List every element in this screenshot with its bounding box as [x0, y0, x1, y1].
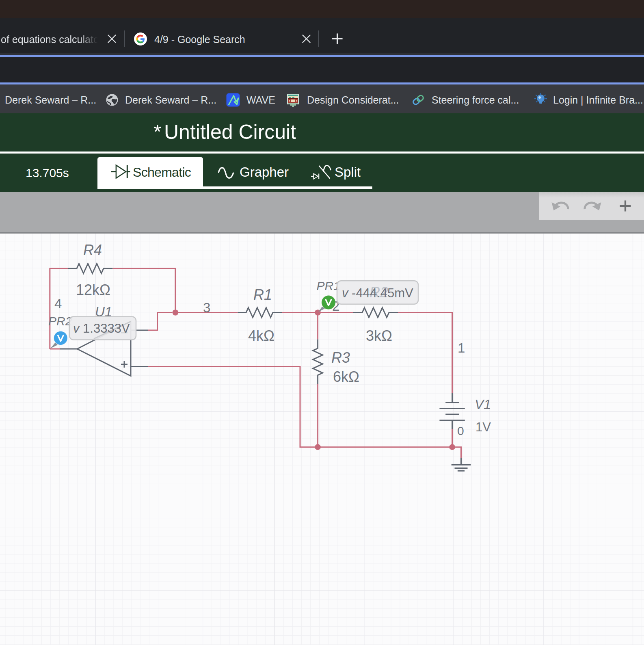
svg-text:4: 4	[54, 296, 62, 311]
svg-text:v -444.45mV: v -444.45mV	[342, 286, 413, 300]
svg-text:R4: R4	[83, 242, 102, 258]
svg-text:1: 1	[458, 340, 465, 355]
svg-text:12kΩ: 12kΩ	[76, 281, 110, 298]
svg-text:V1: V1	[475, 397, 491, 412]
svg-text:R3: R3	[331, 349, 350, 366]
svg-text:R1: R1	[253, 286, 272, 303]
svg-text:6kΩ: 6kΩ	[333, 368, 359, 385]
svg-text:0: 0	[457, 424, 464, 437]
svg-text:PR2: PR2	[48, 314, 72, 328]
svg-text:v 1.3333V: v 1.3333V	[73, 321, 130, 335]
svg-text:3: 3	[203, 300, 210, 315]
svg-text:1V: 1V	[475, 420, 491, 434]
svg-text:3kΩ: 3kΩ	[366, 327, 392, 344]
svg-text:4kΩ: 4kΩ	[248, 327, 274, 344]
